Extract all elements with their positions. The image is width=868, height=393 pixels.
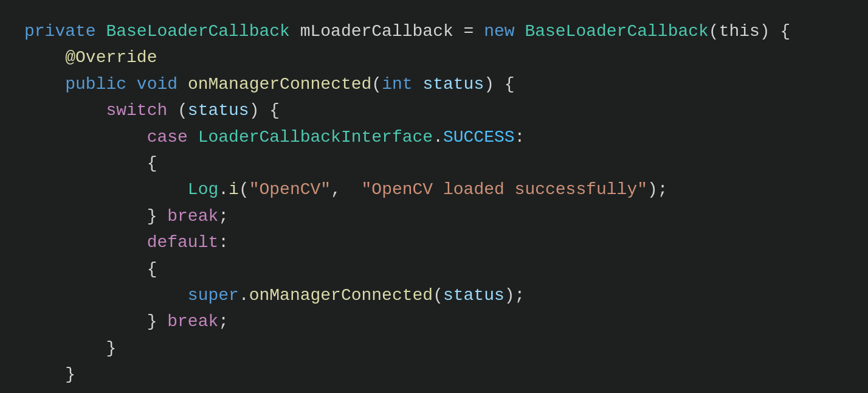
code-line-12: } break;: [24, 308, 844, 335]
code-line-15: };: [24, 388, 844, 393]
code-line-8: } break;: [24, 203, 844, 229]
code-line-10: {: [24, 256, 844, 282]
code-line-1: private BaseLoaderCallback mLoaderCallba…: [24, 18, 844, 44]
code-line-13: }: [24, 335, 844, 361]
code-line-11: super.onManagerConnected(status);: [24, 282, 844, 308]
code-line-4: switch (status) {: [24, 97, 844, 123]
code-line-6: {: [24, 150, 844, 176]
code-line-5: case LoaderCallbackInterface.SUCCESS:: [24, 124, 844, 150]
code-line-9: default:: [24, 229, 844, 256]
code-line-3: public void onManagerConnected(int statu…: [24, 71, 844, 97]
code-line-14: }: [24, 361, 844, 388]
code-line-7: Log.i("OpenCV", "OpenCV loaded successfu…: [24, 176, 844, 203]
code-line-2: @Override: [24, 44, 844, 71]
code-editor: private BaseLoaderCallback mLoaderCallba…: [0, 0, 868, 393]
